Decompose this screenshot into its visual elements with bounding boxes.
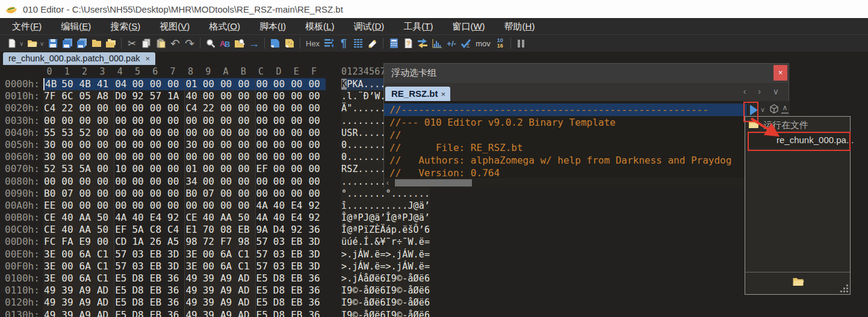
find-icon[interactable]	[203, 36, 218, 51]
scroll-left-icon[interactable]: ‹	[386, 179, 389, 187]
hex-byte[interactable]: 00	[184, 200, 202, 212]
hex-byte[interactable]: 49	[43, 285, 61, 297]
hex-byte[interactable]: 50	[237, 212, 255, 224]
hex-row-ascii[interactable]: üúé.Í.&¥˜r÷˜W.ë=	[341, 236, 430, 248]
hex-byte[interactable]: 01	[184, 163, 202, 175]
hex-byte[interactable]: 00	[79, 151, 96, 163]
hex-byte[interactable]: EF	[255, 163, 273, 175]
hex-byte[interactable]: 00	[308, 176, 325, 188]
hex-byte[interactable]: 00	[273, 90, 290, 102]
hex-byte[interactable]: 4A	[255, 212, 273, 224]
hex-byte[interactable]: 00	[290, 115, 308, 127]
hex-byte[interactable]: E5	[255, 285, 273, 297]
hex-byte[interactable]: B0	[43, 188, 61, 200]
hex-byte[interactable]: 41	[96, 78, 114, 90]
hex-byte[interactable]: 40	[184, 90, 202, 102]
hex-byte[interactable]: EE	[43, 200, 61, 212]
hex-row-ascii[interactable]: î...........J@ä’	[341, 200, 430, 212]
hex-byte[interactable]: 00	[202, 127, 220, 139]
tab-re-rsz-bt[interactable]: RE_RSZ.bt×	[385, 87, 450, 101]
paste-icon[interactable]	[153, 36, 168, 51]
menu-item-e[interactable]: 编辑(E)	[51, 18, 101, 34]
hex-byte[interactable]: 00	[96, 115, 114, 127]
hex-byte[interactable]: 00	[220, 90, 237, 102]
hex-byte[interactable]: 92	[167, 212, 184, 224]
hex-byte[interactable]: 00	[237, 200, 255, 212]
hex-byte[interactable]: 00	[149, 127, 167, 139]
hex-byte[interactable]: 36	[167, 309, 184, 317]
hex-byte[interactable]: 9A	[255, 224, 273, 236]
hex-byte[interactable]: EF	[114, 224, 131, 236]
hex-byte[interactable]: F7	[220, 236, 237, 248]
hex-byte[interactable]: 70	[202, 224, 220, 236]
hex-byte[interactable]: 00	[167, 127, 184, 139]
hex-byte[interactable]: 53	[61, 127, 78, 139]
hex-row-bytes[interactable]: 3E006AC1E5D8EB364939A9ADE5D8EB36	[43, 272, 326, 285]
hex-byte[interactable]: EB	[290, 248, 308, 260]
hex-byte[interactable]: EB	[237, 224, 255, 236]
hex-byte[interactable]: 30	[184, 139, 202, 151]
hex-row-ascii[interactable]: Î@ªPJ@ä’Î@ªPJ@ä’	[341, 212, 430, 224]
hex-byte[interactable]: D8	[273, 285, 290, 297]
hex-byte[interactable]: 00	[114, 188, 131, 200]
hex-byte[interactable]: 36	[167, 297, 184, 309]
hex-row-ascii[interactable]: Î@ªPïZÈÄáp.ëšÔ’6	[341, 224, 430, 236]
hex-row-bytes[interactable]: 00000000000000000000000000000000	[43, 115, 326, 127]
hex-byte[interactable]: A9	[220, 297, 237, 309]
hex-byte[interactable]: 40	[61, 224, 78, 236]
hex-byte[interactable]: 00	[131, 139, 149, 151]
tab-re-chunk-pak[interactable]: re_chunk_000.pak.patch_000.pak×	[3, 52, 155, 65]
hex-byte[interactable]: 00	[96, 127, 114, 139]
hex-row-ascii[interactable]: I9©-åØë6I9©-åØë6	[341, 297, 430, 309]
hex-byte[interactable]: C1	[237, 260, 255, 272]
checksum-icon[interactable]: Σ	[459, 36, 473, 51]
calculator-icon[interactable]	[386, 36, 401, 51]
hex-byte[interactable]: 03	[273, 248, 290, 260]
hex-byte[interactable]: D4	[273, 224, 290, 236]
hex-byte[interactable]: 5A	[131, 224, 149, 236]
hex-byte[interactable]: 00	[96, 163, 114, 175]
hex-byte[interactable]: 00	[273, 151, 290, 163]
hex-byte[interactable]: 00	[273, 139, 290, 151]
hex-byte[interactable]: 57	[114, 260, 131, 272]
hex-byte[interactable]: 00	[96, 102, 114, 114]
hex-byte[interactable]: AD	[96, 285, 114, 297]
hex-byte[interactable]: 49	[184, 309, 202, 317]
hex-byte[interactable]: 00	[79, 139, 96, 151]
hex-byte[interactable]: 6A	[79, 272, 96, 285]
hex-byte[interactable]: 30	[43, 139, 61, 151]
disassembly-icon[interactable]: mov	[473, 39, 493, 48]
hex-byte[interactable]: 00	[149, 188, 167, 200]
column-mode-icon[interactable]	[351, 36, 365, 51]
hex-byte[interactable]: 00	[131, 151, 149, 163]
hex-byte[interactable]: E4	[290, 200, 308, 212]
hex-byte[interactable]: 00	[149, 176, 167, 188]
hex-byte[interactable]: E5	[255, 309, 273, 317]
hex-byte[interactable]: 00	[255, 151, 273, 163]
find-in-files-icon[interactable]	[232, 36, 247, 51]
hex-byte[interactable]: 39	[202, 309, 220, 317]
hex-byte[interactable]: 39	[202, 297, 220, 309]
hex-byte[interactable]: A9	[220, 272, 237, 285]
hex-row-bytes[interactable]: FCFAE900CD1A26A59872F7985703EB3D	[43, 236, 326, 248]
hex-byte[interactable]: 00	[114, 102, 131, 114]
open-file-chevron-icon[interactable]: ∨	[40, 40, 46, 47]
hex-byte[interactable]: 39	[61, 285, 78, 297]
hex-byte[interactable]: 00	[273, 115, 290, 127]
hex-row-bytes[interactable]: EE00000000000000000000004A40E492	[43, 200, 326, 212]
new-file-chevron-icon[interactable]: ∨	[19, 40, 25, 47]
hex-byte[interactable]: 1A	[131, 236, 149, 248]
save-all-icon[interactable]	[75, 36, 89, 51]
menu-item-h[interactable]: 帮助(H)	[495, 18, 545, 34]
hex-row-bytes[interactable]: 3E006AC15703EB3D3E006AC15703EB3D	[43, 260, 326, 272]
hex-byte[interactable]: 00	[149, 115, 167, 127]
hex-byte[interactable]: 00	[237, 115, 255, 127]
open-file-icon[interactable]	[25, 36, 40, 51]
hex-byte[interactable]: D8	[131, 297, 149, 309]
hex-byte[interactable]: AD	[237, 309, 255, 317]
hex-byte[interactable]: 00	[290, 188, 308, 200]
hex-byte[interactable]: 00	[114, 176, 131, 188]
hex-byte[interactable]: CD	[114, 236, 131, 248]
hex-byte[interactable]: 36	[308, 309, 325, 317]
hex-row-bytes[interactable]: 55535200000000000000000000000000	[43, 127, 326, 139]
